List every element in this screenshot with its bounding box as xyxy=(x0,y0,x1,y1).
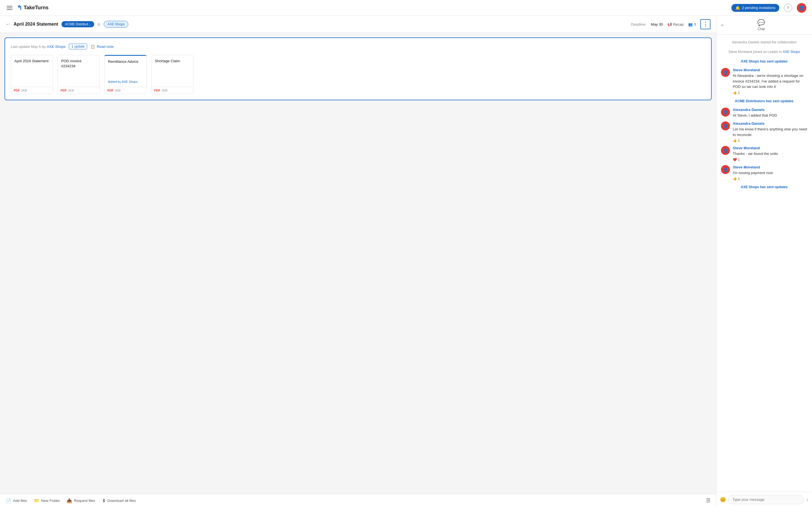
message-text: I'm issuing payment now xyxy=(733,170,808,176)
pdf-label: PDF xyxy=(154,89,160,92)
message-text: Hi Alexandra - we're showing a shortage … xyxy=(733,73,808,90)
add-files-label: Add files xyxy=(13,499,27,503)
nav-left: ↰ TakeTurns xyxy=(6,4,49,11)
message-reaction[interactable]: ❤️ 1 xyxy=(733,158,808,162)
message-avatar: 👤 xyxy=(721,108,730,117)
hamburger-menu[interactable] xyxy=(6,5,13,11)
page-header: You are Leader ← April 2024 Statement AC… xyxy=(0,16,716,33)
message-content: Steve MorelandI'm issuing payment now👍 1 xyxy=(733,165,808,181)
message-reaction[interactable]: 👍 1 xyxy=(733,138,808,143)
update-badge[interactable]: 1 update xyxy=(69,44,87,49)
chat-input[interactable] xyxy=(728,495,804,504)
system-link[interactable]: AXE Shops xyxy=(783,50,800,54)
chat-message: 👤Steve MorelandHi Alexandra - we're show… xyxy=(721,68,808,95)
tag-axe[interactable]: AXE Shops xyxy=(104,21,128,27)
people-button[interactable]: 👥 3 xyxy=(688,22,696,26)
message-content: Steve MorelandThanks - we found the unit… xyxy=(733,146,808,162)
message-sender: Steve Moreland xyxy=(733,165,808,169)
update-text: Last update May 6 by AXE Shops xyxy=(11,45,65,49)
message-text: Thanks - we found the units xyxy=(733,151,808,157)
update-by-link[interactable]: AXE Shops xyxy=(47,45,66,49)
file-card[interactable]: April 2024 StatementPDF 1KB xyxy=(11,55,53,94)
file-card[interactable]: Shortage ClaimPDF 1KB xyxy=(151,55,193,94)
notification-button[interactable]: 🔔 2 pending invitations xyxy=(731,4,779,12)
download-all-button[interactable]: ⬇ Download all files xyxy=(102,498,136,503)
read-note-label: Read note xyxy=(97,45,114,49)
tag-acme[interactable]: ACME Distribut... xyxy=(61,21,94,27)
note-icon: 📋 xyxy=(91,45,95,49)
app-logo[interactable]: ↰ TakeTurns xyxy=(17,4,49,11)
message-reaction[interactable]: 👍 1 xyxy=(733,91,808,95)
chat-label: Chat xyxy=(758,27,765,31)
file-size: 1KB xyxy=(115,89,121,92)
message-sender: Alexandra Daniels xyxy=(733,121,808,126)
section-divider: AXE Shops has sent updates xyxy=(721,184,808,190)
file-size: 1KB xyxy=(68,89,74,92)
read-note-button[interactable]: 📋 Read note xyxy=(91,45,114,49)
chat-header: » 💬 Chat xyxy=(716,16,812,35)
request-files-label: Request files xyxy=(74,499,95,503)
recap-icon: 📢 xyxy=(667,22,672,26)
chat-input-area: 😊 ↕ xyxy=(716,492,812,507)
header-right: Deadline: May 30 📢 Recap 👥 3 ⋮ xyxy=(631,19,711,29)
main-layout: You are Leader ← April 2024 Statement AC… xyxy=(0,16,812,507)
download-all-label: Download all files xyxy=(107,499,136,503)
back-button[interactable]: ← xyxy=(6,22,10,27)
message-avatar: 👤 xyxy=(721,146,730,155)
bell-icon: 🔔 xyxy=(735,6,740,10)
recap-button[interactable]: 📢 Recap xyxy=(667,22,684,26)
request-files-button[interactable]: 📥 Request files xyxy=(66,498,95,503)
section-divider: AXE Shops has sent updates xyxy=(721,58,808,64)
nav-right: 🔔 2 pending invitations ? 👤 xyxy=(731,3,806,13)
new-folder-button[interactable]: 📁 New Folder xyxy=(34,498,60,503)
chat-message: 👤Steve MorelandI'm issuing payment now👍 … xyxy=(721,165,808,181)
right-panel: » 💬 Chat Alexandra Daniels started the c… xyxy=(716,16,812,507)
message-avatar: 👤 xyxy=(721,165,730,174)
help-button[interactable]: ? xyxy=(784,4,792,12)
message-content: Steve MorelandHi Alexandra - we're showi… xyxy=(733,68,808,95)
file-name: POD invoice #234234 xyxy=(61,59,96,69)
bottom-bar: 📄 Add files 📁 New Folder 📥 Request files… xyxy=(0,494,716,507)
chat-message: 👤Alexandra DanielsHi Steve, I added that… xyxy=(721,108,808,118)
notification-label: 2 pending invitations xyxy=(742,6,775,10)
files-grid: April 2024 StatementPDF 1KBPOD invoice #… xyxy=(11,55,705,94)
pdf-label: PDF xyxy=(14,89,20,92)
view-toggle-button[interactable]: ☰ xyxy=(706,497,711,504)
people-count: 3 xyxy=(694,22,696,26)
emoji-button[interactable]: 😊 xyxy=(720,497,726,503)
file-name: Shortage Claim xyxy=(155,59,190,64)
avatar-icon: 👤 xyxy=(799,5,804,10)
message-avatar: 👤 xyxy=(721,68,730,77)
file-card[interactable]: Remittance AdviceAdded by AXE ShopsPDF 1… xyxy=(104,55,147,94)
top-nav: ↰ TakeTurns 🔔 2 pending invitations ? 👤 xyxy=(0,0,812,16)
added-by: Added by AXE Shops xyxy=(108,80,143,83)
update-bar: Last update May 6 by AXE Shops 1 update … xyxy=(11,44,705,49)
app-name: TakeTurns xyxy=(24,5,49,11)
file-size: 1KB xyxy=(161,89,167,92)
update-prefix: Last update May 6 by xyxy=(11,45,46,49)
add-files-button[interactable]: 📄 Add files xyxy=(6,498,27,503)
collapse-button[interactable]: » xyxy=(721,22,723,27)
file-card[interactable]: POD invoice #234234PDF 1KB xyxy=(57,55,100,94)
new-folder-icon: 📁 xyxy=(34,498,40,503)
more-options-button[interactable]: ⋮ xyxy=(700,19,711,29)
message-sender: Alexandra Daniels xyxy=(733,108,808,112)
user-avatar[interactable]: 👤 xyxy=(797,3,806,13)
deadline-label: Deadline: xyxy=(631,22,647,26)
chat-icon-area: 💬 Chat xyxy=(757,19,765,31)
chat-messages: Alexandra Daniels started the collaborat… xyxy=(716,35,812,492)
request-files-icon: 📥 xyxy=(66,498,72,503)
recap-label: Recap xyxy=(673,22,684,26)
scroll-icon: ↕ xyxy=(806,497,809,502)
message-reaction[interactable]: 👍 1 xyxy=(733,177,808,180)
pdf-label: PDF xyxy=(61,89,67,92)
file-size: 1KB xyxy=(21,89,27,92)
message-text: Hi Steve, I added that POD xyxy=(733,113,808,118)
chat-icon: 💬 xyxy=(757,19,765,26)
system-message: Alexandra Daniels started the collaborat… xyxy=(721,39,808,45)
help-icon: ? xyxy=(787,6,789,10)
people-icon: 👥 xyxy=(688,22,693,26)
message-text: Let me know if there's anything else you… xyxy=(733,126,808,137)
system-message: Steve Moreland joined as Leader in AXE S… xyxy=(721,49,808,55)
deadline-date: May 30 xyxy=(651,22,663,26)
